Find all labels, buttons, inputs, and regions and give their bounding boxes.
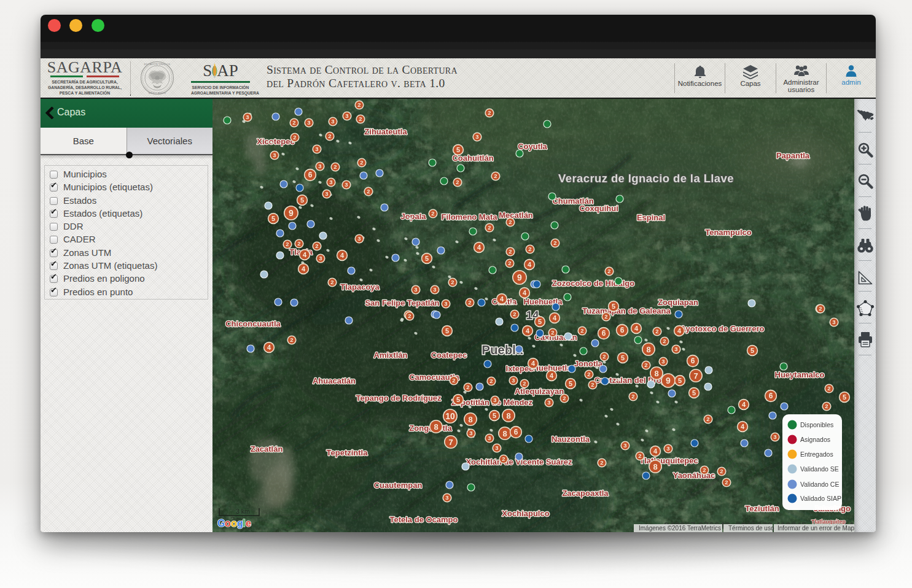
svg-text:Tlatlauquitep: Tlatlauquitep xyxy=(811,519,846,525)
svg-text:Xochiapulco: Xochiapulco xyxy=(502,509,549,518)
svg-text:Nauzontla: Nauzontla xyxy=(551,435,590,444)
svg-text:4: 4 xyxy=(531,360,536,367)
svg-text:Tlapacoya: Tlapacoya xyxy=(340,282,380,292)
svg-text:3: 3 xyxy=(325,190,328,197)
svg-text:San Felipe Tepatlán: San Felipe Tepatlán xyxy=(365,298,439,308)
svg-text:2: 2 xyxy=(602,353,606,360)
svg-text:5: 5 xyxy=(425,255,429,262)
svg-text:5: 5 xyxy=(271,215,275,222)
svg-text:5: 5 xyxy=(678,377,682,384)
svg-text:2: 2 xyxy=(286,241,289,247)
svg-text:2: 2 xyxy=(607,268,610,274)
svg-text:Veracruz de Ignacio de la Llav: Veracruz de Ignacio de la Llave xyxy=(558,172,734,185)
svg-text:2: 2 xyxy=(297,240,300,247)
svg-text:Tepetzintla: Tepetzintla xyxy=(327,448,368,457)
svg-text:Zacapoaxtla: Zacapoaxtla xyxy=(562,489,609,498)
svg-text:4: 4 xyxy=(741,423,745,430)
svg-text:3: 3 xyxy=(773,433,776,440)
svg-text:2: 2 xyxy=(509,219,512,225)
svg-text:5: 5 xyxy=(493,412,496,419)
svg-text:4: 4 xyxy=(340,252,345,259)
svg-text:2: 2 xyxy=(551,329,554,336)
svg-text:3: 3 xyxy=(433,286,436,293)
svg-text:3: 3 xyxy=(357,235,361,242)
svg-text:2: 2 xyxy=(494,172,497,179)
svg-text:5: 5 xyxy=(538,318,542,325)
svg-text:Tetela de Ocampo: Tetela de Ocampo xyxy=(389,515,458,524)
svg-text:2: 2 xyxy=(468,299,471,306)
svg-text:Validando SE: Validando SE xyxy=(800,465,839,473)
svg-text:2: 2 xyxy=(359,115,362,122)
svg-text:2: 2 xyxy=(720,468,723,474)
svg-text:5: 5 xyxy=(621,354,625,362)
svg-text:2: 2 xyxy=(488,224,491,231)
svg-text:Jopala: Jopala xyxy=(400,212,426,221)
svg-text:Mecatlán: Mecatlán xyxy=(499,211,533,220)
svg-text:5: 5 xyxy=(843,393,846,401)
svg-text:5: 5 xyxy=(445,327,449,335)
svg-text:8: 8 xyxy=(502,429,507,438)
svg-text:4: 4 xyxy=(553,314,557,322)
svg-text:4: 4 xyxy=(653,447,658,455)
svg-text:4: 4 xyxy=(742,401,746,408)
svg-text:o: o xyxy=(231,518,237,528)
svg-text:2: 2 xyxy=(638,452,641,459)
svg-text:3: 3 xyxy=(547,399,550,406)
svg-text:2: 2 xyxy=(825,403,828,409)
svg-text:Informar de un error de Maps: Informar de un error de Maps xyxy=(778,525,854,532)
svg-text:2: 2 xyxy=(333,163,337,170)
svg-text:2: 2 xyxy=(360,159,363,166)
svg-text:3: 3 xyxy=(469,430,472,436)
svg-text:Yaonáhuac: Yaonáhuac xyxy=(673,471,715,480)
svg-text:5: 5 xyxy=(750,347,754,354)
svg-text:2: 2 xyxy=(631,393,634,400)
svg-text:9: 9 xyxy=(289,208,294,218)
svg-text:2: 2 xyxy=(523,380,526,387)
svg-text:2: 2 xyxy=(489,377,493,384)
svg-text:Coatepec: Coatepec xyxy=(431,350,467,360)
svg-text:2: 2 xyxy=(290,336,293,343)
svg-text:Zoquiapan: Zoquiapan xyxy=(658,298,698,307)
svg-text:2: 2 xyxy=(528,246,531,252)
svg-text:2: 2 xyxy=(563,395,566,401)
svg-text:2: 2 xyxy=(706,416,709,422)
svg-text:4: 4 xyxy=(526,327,530,335)
svg-text:5: 5 xyxy=(300,196,304,204)
svg-text:Asignados: Asignados xyxy=(800,436,830,443)
svg-text:4: 4 xyxy=(477,244,481,251)
svg-text:3: 3 xyxy=(315,145,318,152)
svg-text:3: 3 xyxy=(246,114,249,120)
svg-text:Disponibles: Disponibles xyxy=(800,421,833,428)
svg-text:2: 2 xyxy=(587,371,590,377)
svg-text:2: 2 xyxy=(644,362,647,368)
svg-text:3: 3 xyxy=(319,255,322,261)
svg-text:3: 3 xyxy=(475,133,478,140)
svg-text:Papantla: Papantla xyxy=(776,151,810,160)
svg-text:3: 3 xyxy=(444,300,447,307)
svg-text:2: 2 xyxy=(292,119,295,126)
svg-text:4: 4 xyxy=(528,261,532,268)
svg-text:8: 8 xyxy=(646,345,650,354)
svg-text:3: 3 xyxy=(414,286,417,293)
svg-text:3: 3 xyxy=(623,442,626,449)
svg-text:Amixtlán: Amixtlán xyxy=(374,350,408,360)
svg-text:Cuautempan: Cuautempan xyxy=(374,481,423,490)
svg-text:3: 3 xyxy=(488,435,491,441)
svg-text:2: 2 xyxy=(600,459,603,466)
svg-text:10: 10 xyxy=(445,411,455,421)
svg-text:2: 2 xyxy=(452,377,455,384)
svg-text:Coyutla: Coyutla xyxy=(518,142,547,151)
svg-text:8: 8 xyxy=(468,415,472,424)
svg-text:3: 3 xyxy=(666,445,669,452)
svg-text:Validado SIAP: Validado SIAP xyxy=(800,495,841,502)
svg-text:3: 3 xyxy=(345,181,348,188)
svg-text:2: 2 xyxy=(466,384,469,390)
svg-text:6: 6 xyxy=(514,428,518,436)
svg-text:G: G xyxy=(217,518,225,528)
svg-text:3: 3 xyxy=(674,346,677,352)
svg-text:2: 2 xyxy=(819,305,822,312)
svg-text:2: 2 xyxy=(655,328,658,335)
svg-text:Imágenes ©2016 TerraMetrics: Imágenes ©2016 TerraMetrics xyxy=(639,525,721,532)
svg-text:2: 2 xyxy=(293,134,296,141)
svg-text:Tepango de Rodríguez: Tepango de Rodríguez xyxy=(356,393,442,403)
